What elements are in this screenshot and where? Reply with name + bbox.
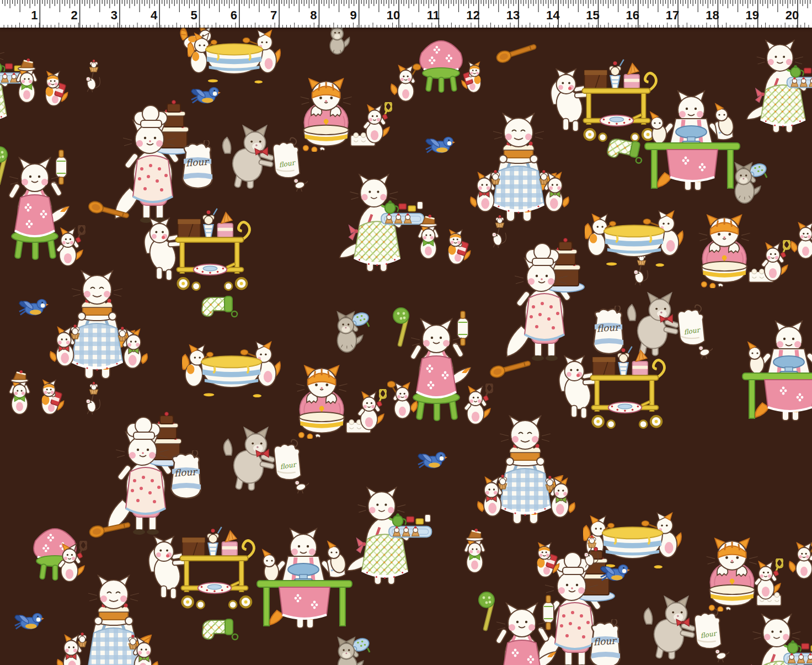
ruler-number: 4 — [151, 8, 158, 22]
two-kittens-licking-batter-bowl-icon — [188, 21, 281, 84]
motif-kitten-hugging-red-tin — [37, 379, 66, 418]
kitten-balancing-cake-slice-icon — [460, 529, 490, 577]
motif-white-cat-pink-floral-apron-with-strainer-and-rolling-pin-on-stool — [474, 588, 571, 665]
kitten-holding-whisk-icon — [361, 102, 393, 146]
white-cat-pushing-yellow-dessert-trolley-icon — [141, 204, 254, 298]
kitten-holding-cupcake-icon — [125, 634, 158, 665]
ruler-number: 10 — [387, 8, 400, 22]
kitten-hugging-red-tin-icon — [460, 61, 485, 95]
motif-kitten-holding-cupcake — [115, 326, 148, 371]
motif-kitten-holding-whisk — [759, 240, 791, 284]
kitten-holding-wooden-spoon-icon — [789, 540, 812, 581]
fabric-pattern-layer: flourflourflourflourflourflourflourflour — [0, 0, 812, 665]
motif-grey-kitten-with-blue-oven-mitt — [729, 161, 768, 206]
motif-flour-bag: flour — [585, 619, 624, 665]
motif-bluebird — [425, 133, 455, 156]
bluebird-icon — [417, 448, 447, 471]
ruler-number: 20 — [786, 8, 799, 22]
flour-bag-icon — [165, 450, 205, 501]
motif-flour-bag: flour — [177, 140, 217, 191]
kitten-holding-cupcake-icon — [536, 169, 569, 215]
motif-kitten-holding-whisk — [752, 558, 784, 603]
ruler-number: 2 — [71, 8, 77, 22]
white-cat-pink-floral-apron-with-strainer-and-rolling-pin-on-stool-icon — [474, 588, 571, 665]
motif-kitten-holding-cupcake — [50, 324, 83, 369]
ruler-number: 7 — [270, 8, 277, 22]
motif-bluebird — [600, 561, 630, 584]
motif-kitten-balancing-cake-slice — [413, 215, 444, 263]
ruler-number: 11 — [427, 8, 440, 22]
motif-grey-kitten — [325, 25, 351, 55]
bluebird-icon — [425, 133, 455, 156]
motif-mouse-with-cupcake — [580, 535, 603, 568]
green-plaid-oven-mitt-icon — [200, 616, 239, 645]
motif-green-plaid-oven-mitt — [200, 616, 239, 645]
kitten-hugging-red-tin-icon — [37, 379, 66, 418]
motif-grey-cat-pushing-flour-sack-with-mouse: flour — [220, 121, 308, 193]
wooden-spoon-icon — [494, 39, 540, 66]
kitten-holding-whisk-icon — [752, 558, 784, 603]
motif-two-kittens-licking-batter-bowl — [188, 21, 281, 84]
ruler-face — [0, 0, 812, 28]
motif-white-cat-green-plaid-apron-carrying-tea-tray — [739, 603, 812, 665]
kitten-hugging-red-tin-icon — [532, 542, 561, 581]
ruler-number: 9 — [350, 8, 357, 22]
motif-kitten-hugging-red-tin — [444, 229, 472, 268]
kitten-balancing-cake-slice-icon — [4, 370, 35, 419]
motif-kitten-holding-whisk — [54, 225, 86, 269]
ruler-number: 12 — [466, 8, 479, 22]
motif-kitten-hugging-red-tin — [41, 71, 70, 109]
measuring-ruler: 1234567891011121314151617181920 — [0, 0, 812, 28]
motif-grey-kitten-with-blue-oven-mitt — [332, 635, 371, 665]
motif-green-plaid-oven-mitt — [199, 293, 239, 322]
motif-kitten-hugging-red-tin — [460, 61, 485, 95]
two-kittens-licking-batter-bowl-icon — [585, 201, 684, 268]
motif-grey-cat-pushing-flour-sack-with-mouse: flour — [221, 423, 309, 495]
grey-kitten-with-blue-oven-mitt-icon — [332, 635, 371, 665]
motif-kitten-holding-wooden-spoon — [789, 540, 812, 581]
kitten-balancing-cake-slice-icon — [12, 58, 42, 107]
ruler-number: 1 — [31, 8, 38, 22]
mouse-with-cupcake-icon — [82, 60, 105, 93]
kitten-holding-cupcake-icon — [57, 632, 90, 665]
kitten-hugging-red-tin-icon — [41, 71, 70, 109]
motif-kitten-holding-cupcake — [57, 632, 90, 665]
ruler-number: 17 — [666, 8, 679, 22]
flour-bag-icon — [177, 140, 217, 191]
white-cat-pushing-yellow-dessert-trolley-icon — [146, 523, 259, 616]
motif-white-cat-pushing-yellow-dessert-trolley — [141, 204, 254, 298]
motif-wooden-spoon — [494, 39, 540, 66]
motif-white-cat-baking-at-green-table-with-scale-and-kittens — [248, 528, 361, 630]
grey-cat-pushing-flour-sack-with-mouse-icon — [221, 423, 309, 495]
two-kittens-licking-batter-bowl-icon — [182, 332, 281, 398]
ruler-number: 8 — [310, 8, 317, 22]
motif-kitten-holding-whisk — [355, 389, 387, 433]
kitten-holding-whisk-icon — [759, 240, 791, 284]
motif-kitten-balancing-cake-slice — [460, 529, 490, 577]
motif-flour-bag: flour — [165, 450, 205, 501]
grey-cat-pushing-flour-sack-with-mouse-icon — [220, 121, 308, 193]
fabric-swatch-photo: 1234567891011121314151617181920 flourflo… — [0, 0, 812, 665]
motif-kitten-balancing-cake-slice — [12, 58, 42, 107]
kitten-holding-whisk-icon — [54, 225, 86, 269]
ruler-number: 13 — [506, 8, 520, 22]
motif-mouse-with-cupcake — [82, 60, 105, 93]
grey-kitten-icon — [325, 25, 351, 55]
bluebird-icon — [600, 561, 630, 584]
grey-kitten-with-blue-oven-mitt-icon — [729, 161, 768, 206]
kitten-holding-cupcake-icon — [477, 474, 510, 519]
motif-grey-kitten-with-blue-oven-mitt — [331, 310, 371, 355]
motif-kitten-holding-cupcake — [477, 474, 510, 519]
ruler-number: 19 — [745, 8, 758, 22]
kitten-balancing-cake-slice-icon — [413, 215, 444, 263]
motif-kitten-hugging-red-tin — [532, 542, 561, 581]
bluebird-icon — [190, 83, 221, 107]
ruler-number: 18 — [706, 8, 719, 22]
ruler-number: 3 — [111, 8, 117, 22]
motif-bluebird — [18, 295, 49, 318]
ruler-number: 16 — [626, 8, 639, 22]
white-cat-green-plaid-apron-carrying-tea-tray-icon — [744, 29, 812, 134]
motif-kitten-holding-wooden-spoon — [387, 380, 418, 421]
kitten-holding-wooden-spoon-icon — [790, 220, 812, 261]
kitten-holding-whisk-icon — [355, 389, 387, 433]
